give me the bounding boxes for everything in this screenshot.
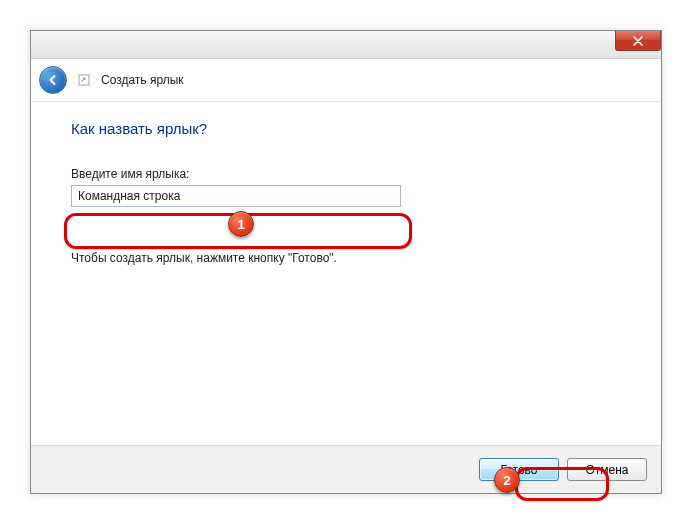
shortcut-icon <box>77 73 91 87</box>
name-field-label: Введите имя ярлыка: <box>71 167 621 181</box>
create-shortcut-wizard: Создать ярлык Как назвать ярлык? Введите… <box>30 30 662 494</box>
wizard-title: Создать ярлык <box>101 73 184 87</box>
shortcut-name-input[interactable] <box>71 185 401 207</box>
titlebar <box>31 31 661 59</box>
close-button[interactable] <box>615 31 661 51</box>
svg-rect-0 <box>79 75 89 85</box>
content-area: Как назвать ярлык? Введите имя ярлыка: Ч… <box>31 102 661 445</box>
page-heading: Как назвать ярлык? <box>71 120 621 137</box>
close-icon <box>633 36 643 46</box>
footer: Готово Отмена <box>31 445 661 493</box>
arrow-left-icon <box>46 73 60 87</box>
finish-button[interactable]: Готово <box>479 458 559 481</box>
header-row: Создать ярлык <box>31 59 661 101</box>
instruction-text: Чтобы создать ярлык, нажмите кнопку "Гот… <box>71 251 621 265</box>
back-button[interactable] <box>39 66 67 94</box>
cancel-button[interactable]: Отмена <box>567 458 647 481</box>
